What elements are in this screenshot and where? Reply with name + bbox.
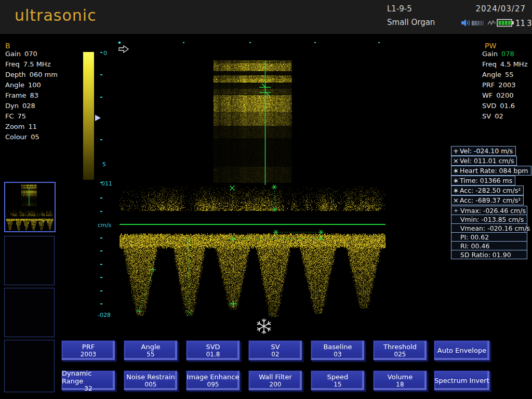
clip-thumbnail-4-empty[interactable] [4, 340, 55, 392]
system-date: 2024/03/27 [476, 4, 526, 14]
spec-ruler-tick [100, 264, 102, 265]
softkey-angle[interactable]: Angle55 [124, 340, 178, 361]
caliper-star-icon: ∗ [453, 177, 459, 184]
measure-ri: RI: 00.46 [451, 241, 527, 250]
spec-ruler-tick [100, 237, 102, 238]
softkey-volume[interactable]: Volume18 [373, 370, 427, 391]
pw-param-gain: Gain078 [482, 50, 514, 58]
measure-acc-2: ×Acc: -689.37 cm/s² [451, 195, 524, 205]
measure-vel-2: ×Vel: 011.01 cm/s [451, 156, 517, 166]
exam-preset: Small Organ [387, 18, 435, 27]
b-param-colour: Colour05 [5, 133, 39, 141]
probe-model: L1-9-5 [387, 4, 412, 14]
b-param-dyn: Dyn028 [5, 102, 35, 110]
softkey-image-enhance[interactable]: Image Enhance095 [186, 370, 240, 391]
softkey-prf[interactable]: PRF2003 [61, 340, 115, 361]
softkey-dynamic-range[interactable]: Dynamic Range32 [61, 370, 115, 391]
measure-vmin: Vmin: -013.85 cm/s [451, 215, 527, 223]
graymap-colorbar [83, 52, 94, 180]
measure-vel-1: +Vel: -024.10 m/s [451, 146, 516, 156]
pw-param-svd: SVD01.6 [482, 102, 515, 110]
focus-marker-arrow[interactable] [95, 115, 101, 121]
b-param-angle: Angle100 [5, 81, 41, 89]
softkey-svd[interactable]: SVD01.8 [186, 340, 240, 361]
pw-param-freq: Freq4.5 MHz [482, 60, 527, 68]
pw-param-sv: SV02 [482, 112, 503, 120]
freeze-snowflake-icon [256, 318, 272, 334]
caliper-dotted-plus-icon: + [454, 207, 459, 214]
softkey-baseline[interactable]: Baseline03 [311, 340, 365, 361]
softkey-speed[interactable]: Speed15 [311, 370, 365, 391]
brand-logo: ultrasonic [15, 6, 97, 24]
b-ruler-tick [100, 139, 102, 140]
timescale-tick [249, 42, 251, 43]
spec-ruler-tick [100, 290, 102, 291]
b-ruler-tick [100, 52, 102, 53]
softkey-threshold[interactable]: Threshold025 [373, 340, 427, 361]
pw-spectrum-image[interactable] [119, 183, 385, 319]
clip-thumbnail-1-selected[interactable] [4, 182, 56, 232]
softkey-spectrum-invert[interactable]: Spectrum Invert [434, 370, 490, 391]
ultrasound-screen: ultrasonic L1-9-5 Small Organ 2024/03/27… [0, 0, 532, 399]
b-ruler-label-5: 5 [102, 161, 106, 168]
measure-vmax: +Vmax: -026.46 cm/s [451, 206, 527, 215]
spec-ruler-tick [100, 303, 102, 304]
measure-time: ∗Time: 01366 ms [451, 176, 515, 185]
b-param-fc: FC75 [5, 112, 26, 120]
clip-thumbnail-image [5, 183, 55, 231]
b-ruler-tick [100, 74, 102, 75]
measure-sd-ratio: SD Ratio: 01.90 [451, 250, 527, 259]
spec-ruler-tick [100, 250, 102, 251]
b-param-zoom: Zoom11 [5, 123, 37, 130]
b-ruler-label-0: 0 [103, 50, 107, 57]
spec-ruler-tick [100, 182, 102, 183]
pw-param-angle: Angle55 [482, 71, 514, 78]
caliper-star-icon: ∗ [453, 167, 459, 175]
spec-ruler-tick [100, 277, 102, 278]
b-ruler-tick [100, 97, 102, 98]
b-param-freq: Freq7.5 MHz [5, 60, 50, 68]
caliper-plus-icon: + [453, 147, 459, 155]
pw-param-prf: PRF2003 [482, 81, 515, 89]
spec-ruler-bottom-label: -028 [98, 312, 111, 318]
softkey-auto-envelope[interactable]: Auto Envelope [434, 340, 490, 361]
softkey-sv[interactable]: SV02 [248, 340, 302, 361]
timescale-tick-bright [118, 42, 121, 44]
caliper-star-x-icon: × [453, 196, 459, 204]
spec-ruler-tick [100, 211, 102, 212]
caliper-star-icon: ∗ [453, 187, 459, 194]
battery-icon [497, 19, 514, 27]
ecg-wave-icon [487, 19, 497, 27]
softkey-wall-filter[interactable]: Wall Filter200 [248, 370, 302, 391]
measure-pi: PI: 00.62 [451, 232, 527, 241]
timescale-tick [183, 42, 184, 43]
spec-ruler-top-label: 011 [101, 180, 112, 187]
b-param-frame: Frame83 [5, 91, 38, 99]
timescale-tick [378, 42, 380, 43]
timescale-tick [314, 42, 316, 43]
measure-acc-1: ∗Acc: -282.50 cm/s² [451, 185, 524, 195]
measure-heart-rate: ∗Heart Rate: 084 bpm [451, 166, 531, 176]
caliper-x-icon: × [453, 157, 459, 165]
pw-param-wf: WF0200 [482, 91, 513, 99]
spec-ruler-unit: cm/s [98, 222, 111, 229]
speaker-volume-icon [461, 19, 487, 27]
b-param-gain: Gain070 [5, 50, 37, 58]
measure-summary-box: +Vmax: -026.46 cm/s Vmin: -013.85 cm/s V… [451, 206, 527, 259]
top-bar: ultrasonic L1-9-5 Small Organ 2024/03/27… [0, 0, 532, 34]
clock-minutes: 31 [527, 19, 532, 28]
softkey-noise-restrain[interactable]: Noise Restrain005 [124, 370, 178, 391]
b-panel-title: B [5, 42, 10, 50]
steer-arrow-icon [119, 46, 128, 52]
clip-thumbnail-3-empty[interactable] [4, 288, 55, 337]
measure-vmean: Vmean: -020.16 cm/s [451, 223, 527, 232]
clip-thumbnail-2-empty[interactable] [4, 236, 55, 285]
clock-hours: 11 [515, 19, 525, 28]
b-param-depth: Depth060 mm [5, 71, 58, 78]
b-mode-image[interactable] [214, 60, 292, 184]
pw-panel-title: PW [485, 42, 496, 50]
spec-ruler-tick [100, 197, 102, 198]
